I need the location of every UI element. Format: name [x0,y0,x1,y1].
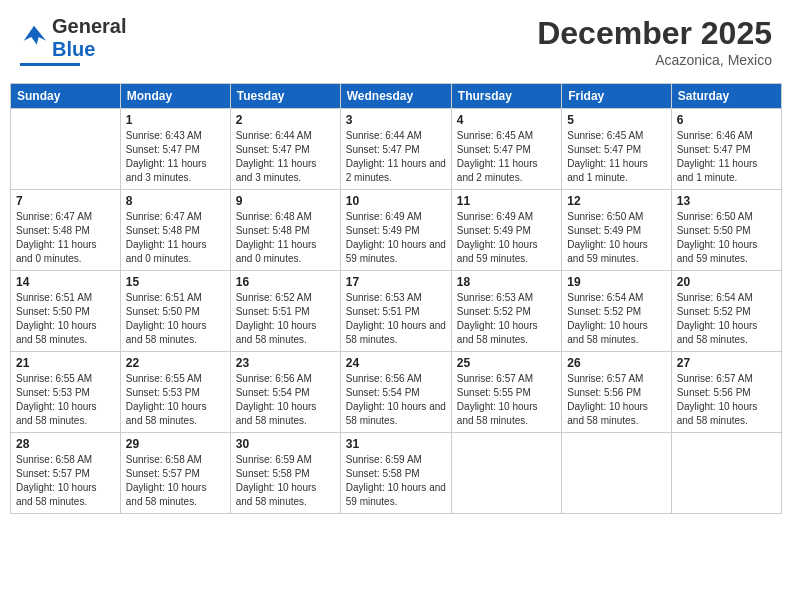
day-info: Sunrise: 6:56 AMSunset: 5:54 PMDaylight:… [346,372,446,428]
day-info: Sunrise: 6:59 AMSunset: 5:58 PMDaylight:… [236,453,335,509]
day-number: 8 [126,194,225,208]
calendar-week-row: 21Sunrise: 6:55 AMSunset: 5:53 PMDayligh… [11,352,782,433]
calendar-cell: 31Sunrise: 6:59 AMSunset: 5:58 PMDayligh… [340,433,451,514]
calendar-cell: 21Sunrise: 6:55 AMSunset: 5:53 PMDayligh… [11,352,121,433]
day-number: 20 [677,275,776,289]
calendar-cell: 26Sunrise: 6:57 AMSunset: 5:56 PMDayligh… [562,352,671,433]
calendar-week-row: 28Sunrise: 6:58 AMSunset: 5:57 PMDayligh… [11,433,782,514]
calendar-cell: 9Sunrise: 6:48 AMSunset: 5:48 PMDaylight… [230,190,340,271]
day-info: Sunrise: 6:55 AMSunset: 5:53 PMDaylight:… [126,372,225,428]
day-number: 14 [16,275,115,289]
day-info: Sunrise: 6:53 AMSunset: 5:51 PMDaylight:… [346,291,446,347]
day-number: 7 [16,194,115,208]
svg-marker-0 [24,26,46,45]
calendar-cell: 16Sunrise: 6:52 AMSunset: 5:51 PMDayligh… [230,271,340,352]
weekday-header-monday: Monday [120,84,230,109]
day-number: 4 [457,113,556,127]
calendar-cell: 1Sunrise: 6:43 AMSunset: 5:47 PMDaylight… [120,109,230,190]
day-number: 11 [457,194,556,208]
day-number: 23 [236,356,335,370]
day-info: Sunrise: 6:51 AMSunset: 5:50 PMDaylight:… [16,291,115,347]
day-info: Sunrise: 6:49 AMSunset: 5:49 PMDaylight:… [346,210,446,266]
day-number: 29 [126,437,225,451]
title-section: December 2025 Acazonica, Mexico [537,15,772,68]
day-info: Sunrise: 6:54 AMSunset: 5:52 PMDaylight:… [567,291,665,347]
day-number: 17 [346,275,446,289]
day-number: 2 [236,113,335,127]
day-number: 22 [126,356,225,370]
day-number: 30 [236,437,335,451]
day-number: 24 [346,356,446,370]
calendar-cell: 17Sunrise: 6:53 AMSunset: 5:51 PMDayligh… [340,271,451,352]
calendar-cell: 2Sunrise: 6:44 AMSunset: 5:47 PMDaylight… [230,109,340,190]
day-number: 25 [457,356,556,370]
weekday-header-thursday: Thursday [451,84,561,109]
day-info: Sunrise: 6:57 AMSunset: 5:55 PMDaylight:… [457,372,556,428]
calendar-cell: 23Sunrise: 6:56 AMSunset: 5:54 PMDayligh… [230,352,340,433]
day-info: Sunrise: 6:54 AMSunset: 5:52 PMDaylight:… [677,291,776,347]
calendar-cell: 27Sunrise: 6:57 AMSunset: 5:56 PMDayligh… [671,352,781,433]
day-info: Sunrise: 6:53 AMSunset: 5:52 PMDaylight:… [457,291,556,347]
calendar-cell: 25Sunrise: 6:57 AMSunset: 5:55 PMDayligh… [451,352,561,433]
logo: General Blue [20,15,126,66]
day-info: Sunrise: 6:58 AMSunset: 5:57 PMDaylight:… [16,453,115,509]
weekday-header-sunday: Sunday [11,84,121,109]
day-info: Sunrise: 6:59 AMSunset: 5:58 PMDaylight:… [346,453,446,509]
calendar-table: SundayMondayTuesdayWednesdayThursdayFrid… [10,83,782,514]
calendar-cell: 10Sunrise: 6:49 AMSunset: 5:49 PMDayligh… [340,190,451,271]
weekday-header-row: SundayMondayTuesdayWednesdayThursdayFrid… [11,84,782,109]
calendar-cell: 30Sunrise: 6:59 AMSunset: 5:58 PMDayligh… [230,433,340,514]
weekday-header-friday: Friday [562,84,671,109]
day-number: 12 [567,194,665,208]
day-info: Sunrise: 6:44 AMSunset: 5:47 PMDaylight:… [346,129,446,185]
day-number: 1 [126,113,225,127]
day-info: Sunrise: 6:52 AMSunset: 5:51 PMDaylight:… [236,291,335,347]
day-info: Sunrise: 6:48 AMSunset: 5:48 PMDaylight:… [236,210,335,266]
day-info: Sunrise: 6:47 AMSunset: 5:48 PMDaylight:… [126,210,225,266]
day-number: 15 [126,275,225,289]
calendar-cell: 3Sunrise: 6:44 AMSunset: 5:47 PMDaylight… [340,109,451,190]
day-number: 10 [346,194,446,208]
calendar-week-row: 1Sunrise: 6:43 AMSunset: 5:47 PMDaylight… [11,109,782,190]
day-number: 21 [16,356,115,370]
day-info: Sunrise: 6:55 AMSunset: 5:53 PMDaylight:… [16,372,115,428]
day-number: 18 [457,275,556,289]
calendar-cell: 12Sunrise: 6:50 AMSunset: 5:49 PMDayligh… [562,190,671,271]
weekday-header-tuesday: Tuesday [230,84,340,109]
calendar-cell: 8Sunrise: 6:47 AMSunset: 5:48 PMDaylight… [120,190,230,271]
day-number: 27 [677,356,776,370]
day-info: Sunrise: 6:45 AMSunset: 5:47 PMDaylight:… [457,129,556,185]
calendar-cell: 5Sunrise: 6:45 AMSunset: 5:47 PMDaylight… [562,109,671,190]
calendar-cell [11,109,121,190]
logo-text-general: General [52,15,126,37]
day-info: Sunrise: 6:50 AMSunset: 5:50 PMDaylight:… [677,210,776,266]
day-info: Sunrise: 6:57 AMSunset: 5:56 PMDaylight:… [677,372,776,428]
day-info: Sunrise: 6:56 AMSunset: 5:54 PMDaylight:… [236,372,335,428]
calendar-cell: 15Sunrise: 6:51 AMSunset: 5:50 PMDayligh… [120,271,230,352]
calendar-cell [451,433,561,514]
calendar-cell: 14Sunrise: 6:51 AMSunset: 5:50 PMDayligh… [11,271,121,352]
day-info: Sunrise: 6:49 AMSunset: 5:49 PMDaylight:… [457,210,556,266]
calendar-week-row: 14Sunrise: 6:51 AMSunset: 5:50 PMDayligh… [11,271,782,352]
calendar-cell: 28Sunrise: 6:58 AMSunset: 5:57 PMDayligh… [11,433,121,514]
day-number: 19 [567,275,665,289]
calendar-cell: 4Sunrise: 6:45 AMSunset: 5:47 PMDaylight… [451,109,561,190]
calendar-cell: 29Sunrise: 6:58 AMSunset: 5:57 PMDayligh… [120,433,230,514]
day-info: Sunrise: 6:46 AMSunset: 5:47 PMDaylight:… [677,129,776,185]
day-info: Sunrise: 6:47 AMSunset: 5:48 PMDaylight:… [16,210,115,266]
day-info: Sunrise: 6:43 AMSunset: 5:47 PMDaylight:… [126,129,225,185]
day-info: Sunrise: 6:57 AMSunset: 5:56 PMDaylight:… [567,372,665,428]
calendar-week-row: 7Sunrise: 6:47 AMSunset: 5:48 PMDaylight… [11,190,782,271]
calendar-cell: 20Sunrise: 6:54 AMSunset: 5:52 PMDayligh… [671,271,781,352]
day-number: 28 [16,437,115,451]
day-number: 5 [567,113,665,127]
page-header: General Blue December 2025 Acazonica, Me… [10,10,782,73]
day-number: 13 [677,194,776,208]
logo-text-blue: Blue [52,38,95,60]
calendar-cell: 6Sunrise: 6:46 AMSunset: 5:47 PMDaylight… [671,109,781,190]
day-info: Sunrise: 6:50 AMSunset: 5:49 PMDaylight:… [567,210,665,266]
calendar-cell: 11Sunrise: 6:49 AMSunset: 5:49 PMDayligh… [451,190,561,271]
day-info: Sunrise: 6:58 AMSunset: 5:57 PMDaylight:… [126,453,225,509]
calendar-cell [671,433,781,514]
month-title: December 2025 [537,15,772,52]
